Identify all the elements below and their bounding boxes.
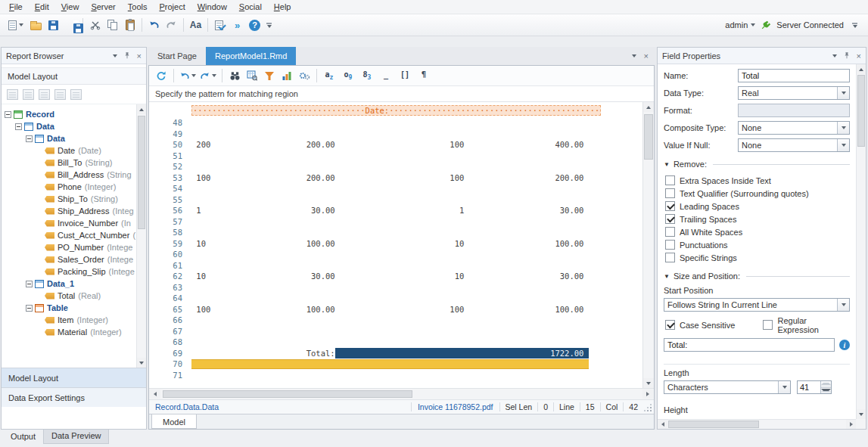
menu-item[interactable]: Tools — [122, 1, 154, 13]
scroll-right-button[interactable] — [846, 420, 856, 429]
remove-option[interactable]: All White Spaces — [665, 225, 850, 238]
scroll-down-button[interactable] — [857, 409, 866, 419]
tree-item[interactable]: Invoice_Number (In — [2, 217, 136, 229]
tree-scrollbar[interactable] — [136, 104, 146, 368]
pin-icon[interactable] — [843, 51, 851, 60]
document-line[interactable]: 60 — [149, 249, 642, 260]
document-line[interactable]: 56 1 30.00 1 30.00 — [149, 205, 642, 216]
tree-item[interactable]: Ship_Address (Integ — [2, 205, 136, 217]
scrollbar-thumb[interactable] — [857, 75, 865, 147]
rename-button[interactable]: Aa — [187, 17, 204, 34]
remove-option[interactable]: Extra Spaces Inside Text — [665, 174, 850, 187]
undo-button[interactable] — [145, 17, 163, 34]
undo-button[interactable] — [178, 67, 198, 84]
document-line[interactable]: 65 100 100.00 100 100.00 — [149, 304, 642, 315]
checkbox[interactable] — [763, 320, 773, 330]
export-report-button[interactable]: » — [229, 17, 246, 34]
tree-item[interactable]: Phone (Integer) — [2, 181, 136, 193]
add-region-icon[interactable] — [7, 89, 18, 100]
scrollbar-thumb[interactable] — [644, 114, 653, 160]
remove-option[interactable]: Leading Spaces — [665, 200, 850, 213]
menu-item[interactable]: Window — [191, 1, 233, 13]
region-path-label[interactable]: Record.Data.Data — [149, 402, 225, 411]
tree-item[interactable]: Data — [2, 132, 136, 144]
tree-item[interactable]: Ship_To (String) — [2, 193, 136, 205]
tree-item[interactable]: Material (Integer) — [2, 326, 136, 338]
size-position-section-header[interactable]: ▼ Size and Position: — [664, 272, 850, 281]
region-pattern-row[interactable]: ····································Date… — [191, 105, 601, 116]
verify-document-button[interactable] — [211, 17, 229, 34]
document-line[interactable]: 68 — [149, 337, 642, 348]
checkbox[interactable] — [665, 214, 675, 224]
document-line[interactable]: 48 — [149, 117, 642, 129]
close-icon[interactable]: × — [857, 52, 861, 60]
tool-tab-model-layout[interactable]: Model Layout — [2, 368, 146, 387]
auto-parse-button[interactable] — [296, 67, 313, 84]
case-sensitive-option[interactable]: Case Sensitive — [665, 318, 761, 331]
pattern-token-button[interactable]: 83 — [359, 67, 375, 84]
tree-item[interactable]: Record — [2, 108, 136, 120]
document-line[interactable]: 57 — [149, 216, 642, 228]
collapse-icon[interactable] — [15, 123, 22, 130]
field-properties-vertical-scrollbar[interactable] — [856, 64, 866, 419]
document-line[interactable]: 49 — [149, 129, 642, 140]
menu-item[interactable]: Server — [85, 1, 121, 13]
value-if-null-select[interactable]: None — [738, 138, 850, 152]
copy-button[interactable] — [104, 17, 121, 34]
new-report-button[interactable] — [5, 17, 27, 34]
scrollbar-thumb[interactable] — [668, 421, 759, 428]
composite-type-select[interactable]: None — [738, 121, 850, 135]
stepper-down-button[interactable] — [821, 388, 831, 394]
document-line[interactable]: 61 — [149, 260, 642, 272]
length-value[interactable]: 41 — [798, 381, 820, 393]
tab-data-preview[interactable]: Data Preview — [43, 430, 109, 444]
delete-region-icon[interactable] — [23, 89, 34, 100]
paste-button[interactable] — [121, 17, 138, 34]
checkbox[interactable] — [665, 175, 675, 185]
stepper-up-button[interactable] — [821, 381, 831, 388]
remove-option[interactable]: Text Qualifier (Surrounding quotes) — [665, 187, 850, 200]
open-button[interactable] — [27, 17, 45, 34]
document-line[interactable]: 69 Total: 1722.00 — [149, 348, 642, 359]
field-highlight[interactable]: 1722.00 — [335, 348, 589, 359]
menu-item[interactable]: Help — [268, 1, 297, 13]
pin-icon[interactable] — [123, 51, 131, 60]
document-line[interactable]: 52 — [149, 161, 642, 172]
menu-item[interactable]: View — [55, 1, 86, 13]
source-file-label[interactable]: Invoice 11678952.pdf — [411, 402, 499, 411]
collapse-icon[interactable] — [26, 135, 33, 142]
document-line[interactable]: 50 200 200.00 100 400.00 — [149, 139, 642, 151]
regular-expression-option[interactable]: Regular Expression — [763, 318, 850, 331]
pattern-token-button[interactable]: o9 — [340, 67, 356, 84]
tab-start-page[interactable]: Start Page — [148, 47, 206, 65]
collapse-icon[interactable] — [5, 111, 11, 118]
tab-list-icon[interactable] — [632, 54, 636, 57]
window-menu-icon[interactable] — [113, 54, 117, 57]
scroll-down-button[interactable] — [643, 378, 654, 388]
auto-create-fields-button[interactable] — [261, 67, 278, 84]
menu-item[interactable]: Edit — [29, 1, 55, 13]
menu-item[interactable]: File — [3, 1, 29, 13]
field-properties-horizontal-scrollbar[interactable] — [658, 419, 856, 429]
tree-item[interactable]: Packing_Slip (Intege — [2, 265, 136, 278]
scroll-left-button[interactable] — [658, 420, 667, 429]
chart-button[interactable] — [278, 67, 295, 84]
close-icon[interactable]: × — [137, 52, 142, 60]
tree-item[interactable]: Data_1 — [2, 278, 136, 290]
scroll-up-button[interactable] — [643, 102, 654, 112]
tree-item[interactable]: Data — [2, 120, 136, 132]
document-line[interactable]: 64 — [149, 293, 642, 304]
window-menu-icon[interactable] — [832, 54, 837, 57]
scroll-right-button[interactable] — [642, 390, 653, 399]
toolbar-overflow-button[interactable] — [852, 23, 857, 28]
document-line[interactable]: 70 — [149, 359, 642, 370]
document-line[interactable]: 62 10 30.00 10 30.00 — [149, 271, 642, 282]
save-button[interactable] — [45, 17, 62, 34]
document-line[interactable]: 55 — [149, 194, 642, 206]
menu-item[interactable]: Social — [233, 1, 268, 13]
document-line[interactable]: 59 10 100.00 10 100.00 — [149, 238, 642, 250]
remove-option[interactable]: Trailing Spaces — [665, 213, 850, 225]
length-value-stepper[interactable]: 41 — [797, 380, 832, 394]
checkbox[interactable] — [665, 320, 675, 330]
document-line[interactable]: 54 — [149, 183, 642, 194]
